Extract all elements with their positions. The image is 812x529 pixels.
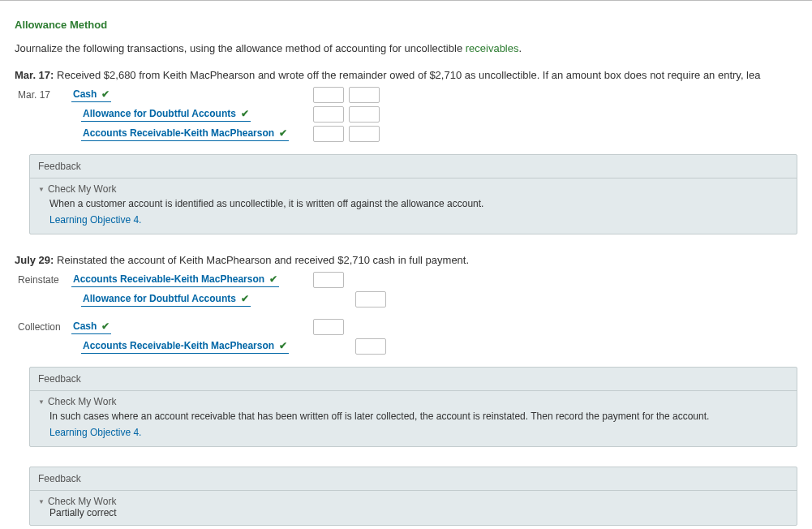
- check-icon: ✔: [101, 320, 110, 332]
- account-dropdown-ar[interactable]: Accounts Receivable-Keith MacPhearson ✔: [81, 127, 289, 141]
- check-my-work-toggle[interactable]: ▼ Check My Work: [38, 496, 788, 507]
- check-icon: ✔: [101, 88, 110, 100]
- account-label: Accounts Receivable-Keith MacPhearson: [83, 127, 274, 139]
- feedback-header: Feedback: [30, 155, 797, 178]
- account-dropdown-cash[interactable]: Cash ✔: [71, 320, 111, 334]
- learning-objective-link[interactable]: Learning Objective 4: [49, 214, 139, 226]
- check-icon: ✔: [241, 293, 249, 304]
- journal-row: Allowance for Doubtful Accounts ✔: [18, 290, 797, 308]
- debit-input[interactable]: [313, 106, 344, 123]
- journal-block-collection: Collection Cash ✔ Accounts Receivable-Ke…: [18, 318, 797, 355]
- debit-input[interactable]: [313, 319, 344, 335]
- feedback-body-text: When a customer account is identified as…: [49, 198, 788, 209]
- check-icon: ✔: [269, 273, 277, 285]
- chevron-down-icon: ▼: [38, 498, 45, 505]
- txn2-heading: July 29: Reinstated the account of Keith…: [15, 254, 797, 266]
- receivables-link[interactable]: receivables: [466, 42, 519, 54]
- chevron-down-icon: ▼: [38, 398, 45, 406]
- credit-input[interactable]: [349, 126, 380, 142]
- account-label: Allowance for Doubtful Accounts: [83, 108, 236, 119]
- journal-row: Accounts Receivable-Keith MacPhearson ✔: [18, 125, 797, 143]
- journal-row: Reinstate Accounts Receivable-Keith MacP…: [18, 271, 797, 289]
- chevron-down-icon: ▼: [38, 186, 45, 193]
- account-label: Cash: [73, 320, 97, 332]
- check-icon: ✔: [241, 108, 249, 119]
- check-my-work-toggle[interactable]: ▼ Check My Work: [38, 183, 788, 195]
- feedback-header: Feedback: [30, 368, 797, 391]
- txn1-date: Mar. 17:: [15, 69, 54, 81]
- txn1-desc: Received $2,680 from Keith MacPhearson a…: [54, 69, 760, 81]
- row-date-label: Mar. 17: [18, 89, 71, 101]
- journal-row: Allowance for Doubtful Accounts ✔: [18, 105, 797, 123]
- account-label: Accounts Receivable-Keith MacPhearson: [73, 273, 264, 285]
- journal-row: Collection Cash ✔: [18, 318, 797, 336]
- account-label: Accounts Receivable-Keith MacPhearson: [83, 340, 274, 351]
- link-suffix: .: [139, 427, 141, 438]
- feedback-status-text: Partially correct: [49, 507, 788, 518]
- debit-input[interactable]: [313, 126, 344, 142]
- journal-block-1: Mar. 17 Cash ✔ Allowance for Doubtful Ac…: [18, 86, 797, 143]
- toggle-label: Check My Work: [48, 183, 116, 195]
- feedback-header: Feedback: [30, 467, 797, 491]
- account-label: Allowance for Doubtful Accounts: [83, 293, 236, 304]
- feedback-box-1: Feedback ▼ Check My Work When a customer…: [29, 154, 797, 234]
- txn2-desc: Reinstated the account of Keith MacPhear…: [54, 254, 469, 266]
- link-suffix: .: [139, 214, 141, 226]
- account-dropdown-ar[interactable]: Accounts Receivable-Keith MacPhearson ✔: [71, 273, 279, 287]
- reinstate-label: Reinstate: [18, 274, 71, 286]
- credit-input[interactable]: [349, 106, 380, 123]
- check-icon: ✔: [279, 127, 287, 139]
- journal-row: Mar. 17 Cash ✔: [18, 86, 797, 104]
- feedback-box-2: Feedback ▼ Check My Work In such cases w…: [29, 367, 797, 447]
- credit-input[interactable]: [355, 291, 386, 308]
- instruction-end: .: [518, 42, 522, 54]
- txn1-heading: Mar. 17: Received $2,680 from Keith MacP…: [15, 69, 797, 81]
- decorative-paren: ): [0, 180, 1, 201]
- feedback-box-3: Feedback ▼ Check My Work Partially corre…: [29, 467, 797, 526]
- journal-block-reinstate: Reinstate Accounts Receivable-Keith MacP…: [18, 271, 797, 308]
- check-my-work-toggle[interactable]: ▼ Check My Work: [38, 396, 788, 407]
- account-dropdown-ar[interactable]: Accounts Receivable-Keith MacPhearson ✔: [81, 339, 289, 354]
- account-dropdown-cash[interactable]: Cash ✔: [71, 88, 111, 102]
- collection-label: Collection: [18, 321, 71, 333]
- toggle-label: Check My Work: [48, 396, 116, 407]
- credit-input[interactable]: [349, 87, 380, 103]
- feedback-body-text: In such cases where an account receivabl…: [49, 411, 788, 422]
- check-icon: ✔: [279, 340, 287, 351]
- account-dropdown-allowance[interactable]: Allowance for Doubtful Accounts ✔: [81, 292, 251, 307]
- debit-input[interactable]: [313, 87, 344, 103]
- debit-input[interactable]: [313, 272, 344, 288]
- credit-input[interactable]: [355, 338, 386, 355]
- account-label: Cash: [73, 88, 97, 100]
- toggle-label: Check My Work: [48, 496, 116, 507]
- section-title: Allowance Method: [15, 19, 797, 31]
- journal-row: Accounts Receivable-Keith MacPhearson ✔: [18, 338, 797, 355]
- txn2-date: July 29:: [15, 254, 54, 266]
- instruction-main: Journalize the following transactions, u…: [15, 42, 466, 54]
- instruction-text: Journalize the following transactions, u…: [15, 42, 797, 54]
- account-dropdown-allowance[interactable]: Allowance for Doubtful Accounts ✔: [81, 107, 251, 122]
- learning-objective-link[interactable]: Learning Objective 4: [49, 427, 139, 438]
